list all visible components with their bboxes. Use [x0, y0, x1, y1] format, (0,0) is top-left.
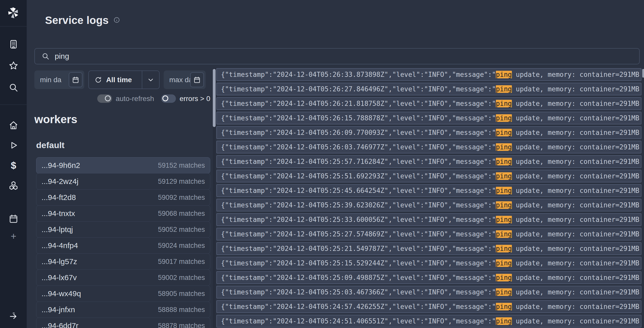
add-plus-icon[interactable]: + — [8, 231, 19, 242]
log-line-suffix: update, memory: container=291MB — [512, 71, 639, 78]
favorites-star-icon[interactable] — [8, 60, 19, 71]
chevron-down-icon — [147, 76, 155, 84]
scrollbar-thumb[interactable] — [213, 69, 216, 127]
log-line-prefix: {"timestamp":"2024-12-04T05:26:15.788878… — [221, 114, 496, 122]
toggle-row: auto-refresh errors > 0 — [34, 94, 210, 103]
schedules-calendar-icon[interactable] — [8, 213, 19, 224]
log-line-suffix: update, memory: container=291MB — [512, 274, 639, 281]
log-row[interactable]: {"timestamp":"2024-12-04T05:24:51.406551… — [216, 315, 641, 327]
log-highlight: ping — [496, 172, 512, 180]
log-row[interactable]: {"timestamp":"2024-12-04T05:25:57.716284… — [216, 155, 641, 168]
log-line-prefix: {"timestamp":"2024-12-04T05:25:09.498875… — [221, 274, 496, 281]
log-row[interactable]: {"timestamp":"2024-12-04T05:25:39.623026… — [216, 199, 641, 211]
worker-row[interactable]: ...94-9h6n2 59152 matches — [36, 157, 210, 174]
log-line-suffix: update, memory: container=291MB — [512, 187, 639, 194]
log-row[interactable]: {"timestamp":"2024-12-04T05:26:27.846496… — [216, 83, 641, 95]
info-icon[interactable] — [113, 17, 120, 24]
worker-matches: 59152 matches — [158, 162, 205, 169]
log-row[interactable]: {"timestamp":"2024-12-04T05:26:33.873898… — [216, 68, 641, 81]
workspace-building-icon[interactable] — [8, 39, 19, 50]
log-row[interactable]: {"timestamp":"2024-12-04T05:26:21.818758… — [216, 97, 641, 110]
log-line-suffix: update, memory: container=291MB — [512, 216, 639, 223]
log-row[interactable]: {"timestamp":"2024-12-04T05:25:33.600056… — [216, 213, 641, 226]
toggle-knob — [162, 95, 168, 101]
page-scrollbar[interactable] — [642, 68, 644, 328]
resources-cubes-icon[interactable] — [8, 180, 19, 191]
search-icon[interactable] — [8, 82, 19, 93]
log-row[interactable]: {"timestamp":"2024-12-04T05:26:15.788878… — [216, 112, 641, 124]
log-row[interactable]: {"timestamp":"2024-12-04T05:25:03.467366… — [216, 286, 641, 298]
worker-name: ...94-9h6n2 — [41, 161, 80, 170]
log-line-prefix: {"timestamp":"2024-12-04T05:26:09.770093… — [221, 129, 496, 136]
log-line-prefix: {"timestamp":"2024-12-04T05:25:39.623026… — [221, 201, 496, 209]
log-row[interactable]: {"timestamp":"2024-12-04T05:26:09.770093… — [216, 126, 641, 139]
log-row[interactable]: {"timestamp":"2024-12-04T05:26:03.746977… — [216, 141, 641, 153]
min-date-placeholder: min da — [40, 76, 61, 84]
worker-row[interactable]: ...94-lx67v 59002 matches — [36, 269, 210, 286]
log-highlight: ping — [496, 158, 512, 165]
worker-row[interactable]: ...94-ft2d8 59092 matches — [36, 189, 210, 206]
max-date-placeholder: max da — [169, 76, 193, 84]
worker-row[interactable]: ...94-lg57z 59017 matches — [36, 253, 210, 270]
worker-row[interactable]: ...94-6dd7r 58878 matches — [36, 318, 210, 328]
errors-only-toggle[interactable] — [161, 94, 176, 103]
max-date-input[interactable]: max da — [164, 70, 206, 89]
log-line-prefix: {"timestamp":"2024-12-04T05:25:27.574869… — [221, 230, 496, 238]
log-row[interactable]: {"timestamp":"2024-12-04T05:24:57.426255… — [216, 300, 641, 313]
log-line-prefix: {"timestamp":"2024-12-04T05:24:57.426255… — [221, 303, 496, 310]
log-line-prefix: {"timestamp":"2024-12-04T05:26:21.818758… — [221, 100, 496, 107]
log-line-suffix: update, memory: container=291MB — [512, 303, 639, 310]
log-highlight: ping — [496, 187, 512, 194]
log-highlight: ping — [496, 201, 512, 209]
worker-matches: 59052 matches — [158, 226, 205, 234]
log-row[interactable]: {"timestamp":"2024-12-04T05:25:21.549787… — [216, 242, 641, 255]
log-row[interactable]: {"timestamp":"2024-12-04T05:25:27.574869… — [216, 228, 641, 240]
worker-row[interactable]: ...94-jnfxn 58888 matches — [36, 302, 210, 318]
worker-row[interactable]: ...94-4nfp4 59024 matches — [36, 237, 210, 254]
log-line-prefix: {"timestamp":"2024-12-04T05:25:45.664254… — [221, 187, 496, 194]
expand-sidebar-arrow-icon[interactable] — [8, 310, 19, 321]
toggle-knob — [105, 95, 111, 101]
worker-name: ...94-lx67v — [41, 273, 77, 282]
worker-row[interactable]: ...94-wx49q 58905 matches — [36, 286, 210, 302]
worker-matches: 59017 matches — [158, 258, 205, 266]
log-row[interactable]: {"timestamp":"2024-12-04T05:25:45.664254… — [216, 184, 641, 197]
log-line-suffix: update, memory: container=291MB — [512, 317, 639, 325]
worker-row[interactable]: ...94-lptqj 59052 matches — [36, 221, 210, 238]
worker-matches: 59068 matches — [158, 210, 205, 218]
log-list-scrollbar[interactable] — [213, 68, 216, 328]
time-range-chevron-button[interactable] — [142, 76, 159, 84]
search-input[interactable] — [55, 52, 615, 61]
min-date-calendar-button[interactable] — [69, 72, 82, 87]
log-row[interactable]: {"timestamp":"2024-12-04T05:25:15.529244… — [216, 257, 641, 269]
scrollbar-thumb[interactable] — [642, 69, 644, 78]
home-icon[interactable] — [8, 120, 19, 131]
log-highlight: ping — [496, 100, 512, 107]
worker-name: ...94-2wz4j — [41, 177, 78, 186]
worker-row[interactable]: ...94-tnxtx 59068 matches — [36, 205, 210, 222]
runs-play-icon[interactable] — [8, 140, 19, 151]
log-highlight: ping — [496, 259, 512, 267]
log-line-suffix: update, memory: container=291MB — [512, 245, 639, 252]
log-line-prefix: {"timestamp":"2024-12-04T05:26:33.873898… — [221, 71, 496, 78]
worker-name: ...94-tnxtx — [41, 209, 75, 218]
log-highlight: ping — [496, 71, 512, 78]
worker-matches: 59129 matches — [158, 178, 205, 186]
billing-dollar-icon[interactable]: $ — [8, 160, 19, 171]
auto-refresh-label: auto-refresh — [116, 95, 154, 103]
worker-row[interactable]: ...94-2wz4j 59129 matches — [36, 173, 210, 190]
sidebar: $ + — [0, 0, 27, 328]
windmill-logo-icon[interactable] — [7, 6, 20, 20]
worker-matches: 58905 matches — [158, 290, 205, 298]
worker-name: ...94-wx49q — [41, 289, 81, 298]
log-row[interactable]: {"timestamp":"2024-12-04T05:25:51.692293… — [216, 170, 641, 182]
log-line-prefix: {"timestamp":"2024-12-04T05:25:51.692293… — [221, 172, 496, 180]
log-panel: {"timestamp":"2024-12-04T05:26:33.873898… — [216, 68, 641, 328]
worker-name: ...94-4nfp4 — [41, 241, 78, 250]
max-date-calendar-button[interactable] — [190, 72, 204, 87]
min-date-input[interactable]: min da — [34, 70, 84, 89]
auto-refresh-toggle[interactable] — [97, 94, 112, 103]
log-row[interactable]: {"timestamp":"2024-12-04T05:25:09.498875… — [216, 271, 641, 284]
log-line-prefix: {"timestamp":"2024-12-04T05:26:27.846496… — [221, 85, 496, 93]
time-range-dropdown[interactable]: All time — [88, 70, 160, 89]
